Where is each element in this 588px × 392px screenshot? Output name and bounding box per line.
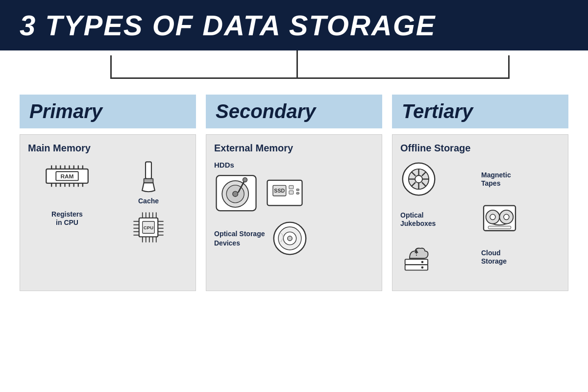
- primary-items-grid: RAM: [28, 161, 188, 245]
- ssd-icon: SSD: [265, 176, 304, 210]
- primary-label: Primary: [29, 100, 186, 122]
- page-title: 3 TYPES OF DATA STORAGE: [20, 9, 568, 42]
- optical-section: Optical StorageDevices: [214, 220, 374, 257]
- svg-text:SSD: SSD: [274, 188, 285, 194]
- secondary-column: Secondary External Memory HDDs: [206, 95, 382, 291]
- tertiary-column: Tertiary Offline Storage: [392, 95, 568, 291]
- tape-reel-icon: [400, 161, 437, 197]
- magnetic-tapes-label-item: MagneticTapes: [481, 161, 560, 197]
- connector-area: [20, 50, 568, 99]
- hdd-icons-row: SSD: [214, 171, 374, 215]
- svg-point-63: [415, 175, 422, 183]
- tertiary-label: Tertiary: [402, 100, 559, 122]
- cache-icon: [134, 161, 163, 195]
- optical-label-text: Optical StorageDevices: [214, 229, 265, 247]
- svg-point-74: [490, 214, 495, 220]
- ram-item: RAM: [28, 161, 106, 205]
- ram-icon: RAM: [43, 161, 92, 190]
- secondary-label: Secondary: [216, 100, 372, 122]
- cpu-icon: CPU: [131, 210, 166, 245]
- primary-type-box: Primary: [20, 95, 196, 128]
- optical-label: Optical StorageDevices: [214, 230, 265, 246]
- primary-vertical-line: [110, 55, 112, 78]
- primary-content-box: Main Memory RAM: [20, 134, 196, 291]
- svg-point-76: [504, 214, 509, 220]
- header: 3 TYPES OF DATA STORAGE: [0, 0, 588, 50]
- cloud-storage-label-item: CloudStorage: [481, 241, 560, 273]
- svg-rect-77: [488, 226, 511, 229]
- svg-rect-53: [296, 189, 299, 191]
- primary-column: Primary Main Memory RAM: [20, 95, 196, 291]
- tertiary-subtitle: Offline Storage: [400, 143, 560, 154]
- horizontal-line: [110, 77, 510, 79]
- main-content: Primary Main Memory RAM: [0, 95, 588, 291]
- svg-text:RAM: RAM: [61, 173, 74, 180]
- cache-label: Cache: [138, 197, 159, 205]
- tertiary-vertical-line: [508, 55, 510, 78]
- svg-rect-79: [405, 265, 428, 270]
- secondary-content-box: External Memory HDDs: [206, 134, 382, 291]
- cache-item: Cache: [109, 161, 188, 205]
- svg-point-60: [288, 236, 292, 241]
- cloud-item: [400, 241, 479, 273]
- optical-jukeboxes-label: OpticalJukeboxes: [400, 211, 436, 228]
- offline-grid: MagneticTapes OpticalJukeboxes: [400, 161, 560, 273]
- cloud-storage-label: CloudStorage: [481, 249, 507, 266]
- tape-drive-icon: [481, 203, 518, 235]
- svg-rect-54: [296, 193, 299, 195]
- hdd-label: HDDs: [214, 161, 374, 169]
- svg-text:CPU: CPU: [144, 224, 153, 230]
- secondary-subtitle: External Memory: [214, 143, 374, 154]
- jukebox-item: [481, 203, 560, 235]
- hdd-section: HDDs: [214, 161, 374, 215]
- optical-jukeboxes-label-item: OpticalJukeboxes: [400, 203, 479, 235]
- tertiary-content-box: Offline Storage: [392, 134, 568, 291]
- cloud-icon: [400, 241, 437, 273]
- primary-subtitle: Main Memory: [28, 143, 188, 154]
- svg-point-80: [421, 261, 424, 263]
- secondary-vertical-line: [296, 55, 298, 78]
- magnetic-tapes-item: [400, 161, 479, 197]
- tertiary-type-box: Tertiary: [392, 95, 568, 128]
- svg-rect-56: [289, 191, 294, 194]
- hdd-icon: [214, 171, 258, 215]
- cpu-item: CPU: [109, 210, 188, 245]
- svg-point-47: [233, 191, 238, 196]
- optical-disc-icon: [271, 220, 308, 257]
- registers-item: Registersin CPU: [28, 210, 106, 245]
- svg-point-81: [421, 267, 424, 269]
- svg-rect-20: [144, 179, 153, 183]
- svg-rect-19: [146, 162, 151, 178]
- registers-label: Registersin CPU: [51, 210, 83, 227]
- svg-point-49: [243, 178, 247, 182]
- secondary-type-box: Secondary: [206, 95, 382, 128]
- svg-rect-78: [405, 259, 428, 265]
- magnetic-tapes-label: MagneticTapes: [481, 171, 511, 188]
- svg-rect-55: [289, 185, 294, 189]
